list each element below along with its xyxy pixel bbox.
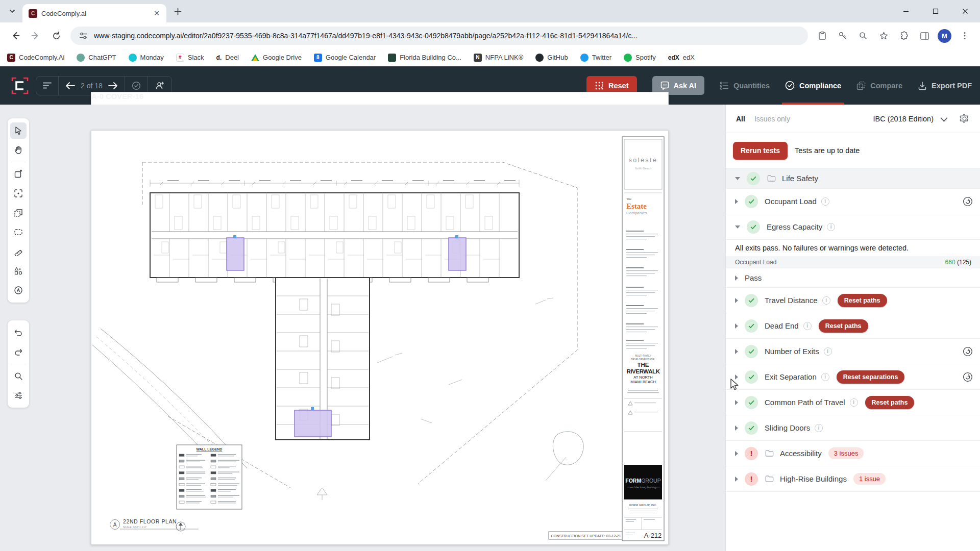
forward-button[interactable]	[27, 27, 44, 44]
compliance-group-row[interactable]: Life Safety	[726, 168, 980, 189]
bookmark-item[interactable]: Twitter	[580, 54, 611, 62]
compliance-group-row[interactable]: !High-Rise Buildings1 issue	[726, 466, 980, 492]
reset-paths-button[interactable]: Reset separations	[837, 370, 905, 384]
reset-paths-button[interactable]: Reset paths	[838, 294, 887, 307]
extensions-icon[interactable]	[896, 28, 912, 44]
expand-caret-icon[interactable]	[735, 276, 738, 281]
compliance-subtest-row[interactable]: Pass	[726, 268, 980, 288]
marquee-select-tool[interactable]	[10, 224, 27, 240]
expand-caret-icon[interactable]	[735, 451, 738, 456]
bookmark-item[interactable]: d.Deel	[216, 54, 239, 62]
expand-caret-icon[interactable]	[735, 425, 738, 431]
compliance-test-row[interactable]: Common Path of TraveliReset paths	[726, 390, 980, 415]
reload-button[interactable]	[47, 27, 65, 44]
rerun-tests-button[interactable]: Rerun tests	[733, 142, 788, 160]
bookmark-item[interactable]: Google Drive	[251, 54, 302, 62]
expand-caret-icon[interactable]	[735, 199, 738, 204]
expand-caret-icon[interactable]	[735, 477, 738, 482]
info-icon[interactable]: i	[850, 398, 858, 407]
duplicate-region-tool[interactable]	[10, 205, 27, 221]
scan-detect-tool[interactable]	[10, 185, 27, 202]
compliance-test-row[interactable]: Sliding Doorsi	[726, 415, 980, 441]
sheet-name-control[interactable]: A-0 COVER-16	[125, 77, 148, 95]
tab-compliance[interactable]: Compliance	[785, 66, 841, 105]
password-key-icon[interactable]	[835, 28, 851, 44]
tab-list-chevron-icon[interactable]	[5, 4, 19, 18]
window-minimize-button[interactable]	[891, 0, 921, 22]
zoom-icon[interactable]	[855, 28, 871, 44]
sheet-list-button[interactable]	[36, 77, 59, 95]
add-region-tool[interactable]	[10, 166, 27, 182]
browser-menu-icon[interactable]	[957, 28, 973, 44]
expand-caret-icon[interactable]	[735, 177, 740, 180]
compliance-test-row[interactable]: Dead EndiReset paths	[726, 313, 980, 339]
expand-caret-icon[interactable]	[735, 349, 738, 354]
side-panel-icon[interactable]	[916, 28, 933, 44]
compliance-group-row[interactable]: !Accessibility3 issues	[726, 441, 980, 466]
prev-page-arrow[interactable]	[65, 82, 76, 90]
info-icon[interactable]: i	[803, 322, 812, 330]
filters-tool[interactable]	[10, 387, 27, 404]
bookmark-item[interactable]: ChatGPT	[77, 54, 116, 62]
rerun-test-icon[interactable]	[963, 372, 973, 382]
search-tool[interactable]	[10, 368, 27, 384]
drawing-canvas[interactable]: WALL LEGEND A	[0, 105, 725, 551]
site-settings-icon[interactable]	[79, 31, 88, 40]
expand-caret-icon[interactable]	[735, 298, 738, 303]
filter-issues-only[interactable]: Issues only	[754, 115, 790, 123]
bookmark-star-icon[interactable]	[875, 28, 892, 44]
annotate-tool[interactable]	[10, 282, 27, 298]
tab-export-pdf[interactable]: Export PDF	[918, 66, 972, 105]
expand-caret-icon[interactable]	[735, 323, 738, 329]
plan-sheet[interactable]: WALL LEGEND A	[91, 130, 669, 545]
tab-quantities[interactable]: Quantities	[720, 66, 770, 105]
next-page-arrow[interactable]	[108, 82, 118, 90]
bookmark-item[interactable]: #Slack	[176, 54, 204, 62]
rerun-test-icon[interactable]	[963, 346, 973, 357]
expand-caret-icon[interactable]	[735, 400, 738, 405]
compliance-test-row[interactable]: Number of Exitsi	[726, 339, 980, 364]
undo-tool[interactable]	[10, 324, 27, 341]
pan-hand-tool[interactable]	[10, 142, 27, 158]
filter-all[interactable]: All	[736, 115, 745, 123]
bookmark-item[interactable]: GitHub	[535, 54, 568, 62]
select-tool[interactable]	[10, 122, 27, 139]
bookmark-item[interactable]: Spotify	[624, 54, 656, 62]
info-icon[interactable]: i	[821, 373, 829, 381]
info-icon[interactable]: i	[827, 223, 835, 231]
reset-paths-button[interactable]: Reset paths	[819, 319, 868, 333]
compliance-test-row[interactable]: Travel DistanceiReset paths	[726, 288, 980, 313]
compliance-test-row[interactable]: Egress Capacityi	[726, 214, 980, 240]
bookmark-item[interactable]: 8Google Calendar	[314, 54, 376, 62]
measure-tool[interactable]	[10, 243, 27, 260]
info-icon[interactable]: i	[821, 197, 829, 206]
expand-caret-icon[interactable]	[735, 226, 740, 229]
info-icon[interactable]: i	[815, 424, 823, 432]
profile-avatar[interactable]: M	[938, 29, 951, 43]
bookmark-item[interactable]: Florida Building Co...	[388, 54, 461, 62]
rerun-test-icon[interactable]	[963, 196, 973, 207]
redo-tool[interactable]	[10, 344, 27, 360]
code-edition-select[interactable]: IBC (2018 Edition)	[873, 115, 946, 123]
address-bar[interactable]: www-staging.codecomply.ai/editor/2a0f923…	[70, 27, 808, 45]
tab-compare[interactable]: Compare	[856, 66, 902, 105]
back-button[interactable]	[7, 27, 24, 44]
new-tab-button[interactable]	[170, 4, 185, 18]
shapes-tool[interactable]	[10, 263, 27, 279]
bookmark-item[interactable]: Monday	[129, 54, 164, 62]
panel-settings-button[interactable]	[959, 113, 970, 124]
info-icon[interactable]: i	[822, 296, 830, 305]
reset-paths-button[interactable]: Reset paths	[865, 396, 915, 409]
compliance-test-row[interactable]: Occupant Loadi	[726, 189, 980, 214]
info-icon[interactable]: i	[824, 347, 832, 356]
tab-close-icon[interactable]: ✕	[152, 9, 161, 18]
compliance-test-row[interactable]: Exit SeparationiReset separations	[726, 364, 980, 390]
bookmark-item[interactable]: edXedX	[668, 54, 695, 62]
codecomply-logo[interactable]	[10, 76, 30, 95]
bookmark-item[interactable]: CCodeComply.Ai	[7, 54, 64, 62]
clipboard-icon[interactable]	[814, 28, 830, 44]
browser-tab[interactable]: C CodeComply.ai ✕	[22, 4, 166, 22]
bookmark-item[interactable]: NNFPA LiNK®	[474, 54, 523, 62]
window-close-button[interactable]	[950, 0, 980, 22]
window-maximize-button[interactable]	[921, 0, 950, 22]
